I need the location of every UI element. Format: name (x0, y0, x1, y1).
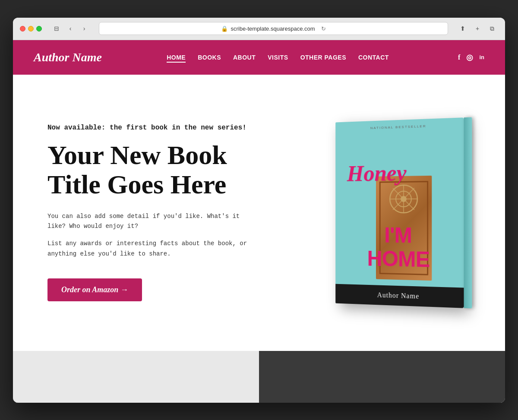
hero-text: Now available: the first book in the new… (47, 124, 272, 301)
maximize-button[interactable] (36, 26, 42, 32)
linkedin-icon[interactable]: in (479, 54, 484, 60)
browser-toolbar: ⊟ ‹ › 🔒 scribe-template.squarespace.com … (13, 18, 505, 40)
website-content: Author Name HOME BOOKS ABOUT VISITS OTHE… (13, 40, 505, 403)
book-title-home-container: I'M HOME (335, 223, 464, 272)
nav-item-visits[interactable]: VISITS (268, 54, 288, 61)
toolbar-actions: ⬆ + ⧉ (457, 22, 498, 35)
nav-item-contact[interactable]: CONTACT (358, 54, 389, 61)
forward-button[interactable]: › (78, 22, 90, 35)
reload-icon[interactable]: ↻ (321, 25, 326, 32)
minimize-button[interactable] (28, 26, 34, 32)
site-logo[interactable]: Author Name (34, 51, 102, 64)
book-author-bar: Author Name (335, 284, 464, 308)
lock-icon: 🔒 (221, 25, 228, 32)
address-bar[interactable]: 🔒 scribe-template.squarespace.com ↻ (99, 22, 448, 35)
bottom-section (13, 351, 505, 403)
hero-available-text: Now available: the first book in the new… (47, 124, 272, 132)
browser-controls: ⊟ ‹ › (51, 22, 90, 35)
bottom-left-panel (13, 351, 259, 403)
order-amazon-button[interactable]: Order on Amazon → (47, 278, 142, 301)
facebook-icon[interactable]: f (458, 54, 460, 61)
back-button[interactable]: ‹ (64, 22, 76, 35)
nav-item-books[interactable]: BOOKS (198, 54, 221, 61)
new-tab-button[interactable]: + (471, 22, 483, 35)
book-cover-container: NATIONAL BESTSELLER Honey (320, 120, 484, 306)
hero-title: Your New Book Title Goes Here (47, 140, 272, 199)
nav-item-other-pages[interactable]: OTHER PAGES (300, 54, 346, 61)
svg-text:Honey: Honey (347, 160, 407, 186)
book-author-name: Author Name (377, 291, 420, 300)
hero-desc-2: List any awards or interesting facts abo… (47, 239, 272, 259)
sidebar-toggle-button[interactable]: ⊟ (51, 22, 63, 35)
book-badge: NATIONAL BESTSELLER (370, 124, 426, 130)
tab-overview-button[interactable]: ⧉ (486, 22, 498, 35)
instagram-icon[interactable]: ◎ (466, 53, 473, 62)
site-navigation: Author Name HOME BOOKS ABOUT VISITS OTHE… (13, 40, 505, 75)
book-title-home-text: HOME (335, 246, 464, 272)
nav-item-about[interactable]: ABOUT (233, 54, 256, 61)
book-face: NATIONAL BESTSELLER Honey (335, 117, 464, 308)
book-cover: NATIONAL BESTSELLER Honey (335, 117, 464, 308)
book-title-im: I'M (335, 223, 464, 248)
nav-social: f ◎ in (458, 53, 484, 62)
hero-desc-1: You can also add some detail if you'd li… (47, 212, 272, 232)
url-text: scribe-template.squarespace.com (231, 25, 315, 32)
share-button[interactable]: ⬆ (457, 22, 469, 35)
bottom-right-panel (259, 351, 505, 403)
book-spine (464, 117, 472, 308)
browser-window: ⊟ ‹ › 🔒 scribe-template.squarespace.com … (13, 18, 505, 403)
close-button[interactable] (20, 26, 25, 32)
nav-links: HOME BOOKS ABOUT VISITS OTHER PAGES CONT… (167, 54, 389, 61)
traffic-lights (20, 26, 42, 32)
book-title-honey: Honey (343, 154, 410, 193)
hero-section: Now available: the first book in the new… (13, 75, 505, 351)
nav-item-home[interactable]: HOME (167, 54, 186, 63)
